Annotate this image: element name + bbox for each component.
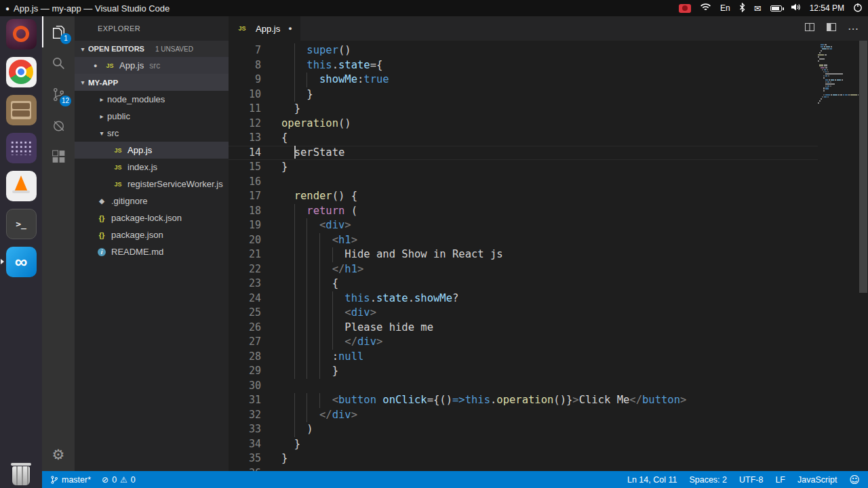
- sidebar-title: EXPLORER: [75, 16, 229, 41]
- code-line: 25 <div>: [229, 306, 818, 321]
- open-editors-label: OPEN EDITORS: [88, 45, 144, 53]
- activitybar-explorer[interactable]: 1: [42, 16, 75, 47]
- activitybar-search[interactable]: [42, 47, 75, 79]
- code-line: 33 ): [229, 422, 818, 437]
- tree-item-src[interactable]: ▾src: [75, 125, 229, 142]
- launcher-item-vscode[interactable]: ∞: [0, 245, 42, 278]
- code-line: 16: [229, 175, 818, 190]
- code-line: 20 <h1>: [229, 233, 818, 248]
- code-line: 21 Hide and Show in React js: [229, 247, 818, 262]
- launcher-item-vlc[interactable]: [0, 169, 42, 202]
- code-line: 34 }: [229, 437, 818, 452]
- unity-launcher: >_ ∞: [0, 16, 42, 488]
- trash-icon[interactable]: [12, 466, 30, 485]
- file-manager-icon: [6, 95, 37, 125]
- tree-item-App.js[interactable]: JSApp.js: [75, 142, 229, 159]
- code-line: 13{: [229, 131, 818, 146]
- desktop: ● App.js — my-app — Visual Studio Code E…: [0, 0, 868, 488]
- activity-bar: 1 12: [42, 16, 75, 471]
- scrollbar-thumb[interactable]: [859, 41, 867, 293]
- cursor-position[interactable]: Ln 14, Col 11: [627, 475, 677, 485]
- activitybar-source-control[interactable]: 12: [42, 79, 75, 110]
- unsaved-count: 1 UNSAVED: [155, 45, 193, 53]
- launcher-item-terminal[interactable]: >_: [0, 207, 42, 240]
- open-editors-header[interactable]: ▾ OPEN EDITORS 1 UNSAVED: [75, 41, 229, 57]
- open-editor-item[interactable]: ● JS App.js src: [75, 57, 229, 74]
- tree-item-public[interactable]: ▸public: [75, 108, 229, 125]
- code-line: 12operation(): [229, 117, 818, 131]
- tree-item-.gitignore[interactable]: ◆.gitignore: [75, 192, 229, 209]
- battery-icon[interactable]: [770, 5, 782, 12]
- power-icon[interactable]: [853, 3, 863, 14]
- tree-item-node_modules[interactable]: ▸node_modules: [75, 91, 229, 108]
- wifi-icon[interactable]: [700, 3, 711, 14]
- tree-item-package.json[interactable]: {}package.json: [75, 226, 229, 243]
- launcher-item-dash[interactable]: [0, 18, 42, 50]
- toggle-layout-icon[interactable]: [826, 22, 837, 35]
- code-line: 17 render() {: [229, 189, 818, 204]
- code-line: 26 Please hide me: [229, 321, 818, 336]
- code-line: 22 </h1>: [229, 262, 818, 277]
- vscode-logo-glyph: ∞: [15, 253, 28, 270]
- editor-group: JS App.js ●: [229, 16, 868, 471]
- code-line: 36: [229, 466, 818, 472]
- sidebar-explorer: EXPLORER ▾ OPEN EDITORS 1 UNSAVED ● JS A…: [75, 16, 229, 471]
- code-line: 30: [229, 379, 818, 394]
- editor-scrollbar[interactable]: [859, 41, 868, 471]
- tree-item-package-lock.json[interactable]: {}package-lock.json: [75, 209, 229, 226]
- warning-icon: ⚠: [120, 475, 127, 485]
- minimap[interactable]: [818, 41, 859, 471]
- code-line: 9 showMe:true: [229, 73, 818, 87]
- status-right: Ln 14, Col 11 Spaces: 2 UTF-8 LF JavaScr…: [627, 474, 860, 486]
- project-root-header[interactable]: ▾ MY-APP: [75, 74, 229, 91]
- code-line: 7 super(): [229, 43, 818, 58]
- indentation-setting[interactable]: Spaces: 2: [689, 475, 727, 485]
- vscode-icon: ∞: [6, 247, 37, 277]
- clock[interactable]: 12:54 PM: [810, 3, 844, 13]
- explorer-badge: 1: [60, 33, 71, 44]
- git-branch-indicator[interactable]: master*: [50, 475, 91, 485]
- file-tree[interactable]: ▸node_modules▸public▾srcJSApp.jsJSindex.…: [75, 91, 229, 260]
- branch-icon: [50, 475, 58, 485]
- activitybar-extensions[interactable]: [42, 141, 75, 172]
- encoding[interactable]: UTF-8: [739, 475, 763, 485]
- settings-gear-icon[interactable]: ⚙: [52, 447, 65, 463]
- bluetooth-icon[interactable]: [739, 3, 745, 14]
- launcher-item-screenshot[interactable]: [0, 131, 42, 164]
- warning-count: 0: [131, 475, 136, 485]
- tree-item-README.md[interactable]: iREADME.md: [75, 243, 229, 260]
- minimap-content: [818, 43, 859, 106]
- search-icon: [50, 55, 67, 72]
- feedback-smiley-icon[interactable]: ☺: [849, 474, 860, 486]
- screen-recorder-icon[interactable]: [679, 4, 691, 13]
- tree-item-index.js[interactable]: JSindex.js: [75, 159, 229, 176]
- volume-icon[interactable]: [791, 3, 801, 14]
- eol-setting[interactable]: LF: [775, 475, 785, 485]
- terminal-icon: >_: [6, 209, 37, 239]
- launcher-item-files[interactable]: [0, 94, 42, 126]
- error-icon: ⊘: [102, 475, 108, 485]
- tree-item-registerServiceWorker.js[interactable]: JSregisterServiceWorker.js: [75, 176, 229, 192]
- code-line: 35}: [229, 451, 818, 466]
- problems-indicator[interactable]: ⊘ 0 ⚠ 0: [102, 475, 136, 485]
- code-lines: 7 super()8 this.state={9 showMe:true10 }…: [229, 43, 818, 471]
- tab-bar: JS App.js ●: [229, 16, 868, 41]
- activitybar-debug[interactable]: [42, 110, 75, 141]
- window-dirty-indicator: ●: [5, 5, 9, 12]
- keyboard-layout-indicator[interactable]: En: [720, 3, 730, 13]
- open-editor-detail: src: [149, 61, 160, 70]
- launcher-item-chrome[interactable]: [0, 56, 42, 88]
- tab-modified-icon: ●: [288, 25, 292, 32]
- more-actions-icon[interactable]: ⋯: [848, 22, 859, 35]
- tab-appjs[interactable]: JS App.js ●: [229, 16, 300, 41]
- code-editor[interactable]: 7 super()8 this.state={9 showMe:true10 }…: [229, 41, 818, 471]
- code-line: 29 }: [229, 364, 818, 379]
- screenshot-tool-icon: [6, 133, 37, 163]
- mail-icon[interactable]: ✉: [754, 3, 762, 14]
- language-mode[interactable]: JavaScript: [797, 475, 837, 485]
- status-bar: master* ⊘ 0 ⚠ 0 Ln 14, Col 11 Spaces: 2 …: [42, 471, 868, 488]
- extensions-icon: [50, 148, 67, 165]
- error-count: 0: [112, 475, 117, 485]
- code-line: 10 }: [229, 87, 818, 102]
- split-editor-icon[interactable]: [804, 22, 815, 35]
